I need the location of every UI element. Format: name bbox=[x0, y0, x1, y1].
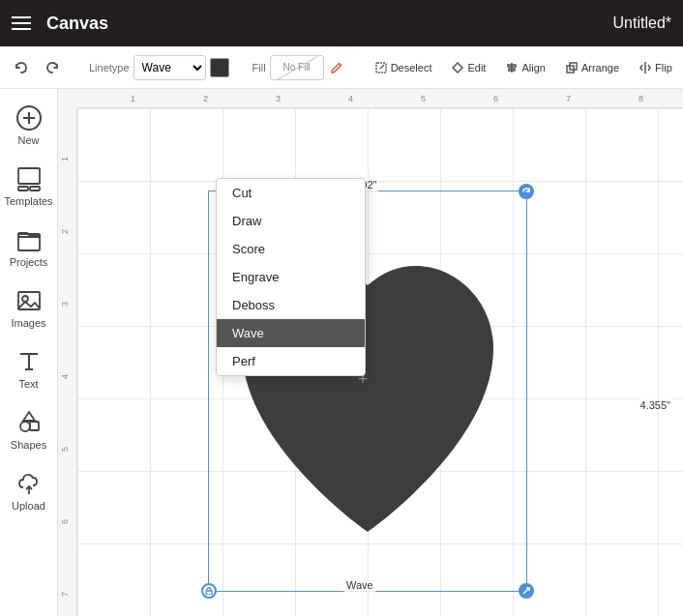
svg-marker-22 bbox=[23, 412, 35, 421]
dimension-height: 4.355" bbox=[638, 398, 673, 412]
color-swatch[interactable] bbox=[210, 58, 229, 77]
deselect-button[interactable]: Deselect bbox=[369, 57, 438, 78]
ruler-corner bbox=[58, 89, 77, 108]
sidebar-item-upload[interactable]: Upload bbox=[4, 462, 54, 519]
sidebar-label-text: Text bbox=[18, 378, 38, 390]
sidebar-item-new[interactable]: New bbox=[4, 97, 54, 154]
svg-rect-13 bbox=[30, 187, 40, 191]
dropdown-item-score[interactable]: Score bbox=[217, 235, 365, 263]
linetype-label: Linetype bbox=[89, 62, 130, 73]
ruler-horizontal: 1 2 3 4 5 6 7 8 bbox=[77, 89, 683, 108]
toolbar: Linetype Wave Cut Draw Score Engrave Deb… bbox=[0, 46, 683, 89]
upload-icon bbox=[15, 470, 43, 497]
top-bar: Canvas Untitled* bbox=[0, 0, 683, 46]
svg-rect-24 bbox=[206, 591, 212, 595]
edit-button[interactable]: Edit bbox=[445, 57, 491, 78]
svg-rect-15 bbox=[18, 292, 40, 309]
object-name-label: Wave bbox=[343, 578, 376, 592]
dropdown-item-draw[interactable]: Draw bbox=[217, 207, 365, 235]
pencil-button[interactable] bbox=[328, 59, 345, 76]
svg-rect-11 bbox=[18, 168, 40, 184]
canvas-area[interactable]: 1 2 3 4 5 6 7 8 1 2 3 4 5 6 7 bbox=[58, 89, 683, 616]
svg-rect-21 bbox=[30, 422, 39, 430]
handle-lock-bl[interactable] bbox=[201, 583, 217, 599]
sidebar-item-templates[interactable]: Templates bbox=[4, 158, 54, 215]
svg-point-20 bbox=[20, 422, 30, 431]
redo-button[interactable] bbox=[39, 56, 66, 79]
projects-icon bbox=[15, 226, 43, 253]
fill-label: Fill bbox=[252, 62, 266, 73]
fill-selector[interactable]: No Fill bbox=[270, 55, 324, 80]
linetype-select[interactable]: Wave Cut Draw Score Engrave Deboss Perf bbox=[134, 55, 206, 80]
sidebar-label-new: New bbox=[17, 134, 39, 146]
hamburger-menu[interactable] bbox=[12, 16, 31, 30]
flip-button[interactable]: Flip bbox=[633, 57, 678, 78]
templates-icon bbox=[15, 165, 43, 192]
sidebar-item-text[interactable]: Text bbox=[4, 340, 54, 397]
align-button[interactable]: Align bbox=[499, 57, 550, 78]
dropdown-item-cut[interactable]: Cut bbox=[217, 179, 365, 207]
svg-rect-12 bbox=[18, 187, 28, 191]
sidebar-label-shapes: Shapes bbox=[11, 439, 46, 451]
shapes-icon bbox=[15, 409, 43, 436]
sidebar-label-upload: Upload bbox=[12, 500, 45, 512]
handle-rotate[interactable] bbox=[519, 184, 534, 199]
undo-button[interactable] bbox=[8, 56, 35, 79]
app-title: Canvas bbox=[46, 14, 314, 34]
main-content: New Templates Projects bbox=[0, 89, 683, 616]
dropdown-item-wave[interactable]: Wave bbox=[217, 319, 365, 347]
dropdown-item-perf[interactable]: Perf bbox=[217, 347, 365, 375]
sidebar-label-images: Images bbox=[11, 317, 45, 329]
arrange-button[interactable]: Arrange bbox=[559, 57, 625, 78]
ruler-vertical: 1 2 3 4 5 6 7 bbox=[58, 108, 77, 616]
linetype-group: Linetype Wave Cut Draw Score Engrave Deb… bbox=[89, 55, 229, 80]
sidebar-label-projects: Projects bbox=[10, 256, 48, 268]
doc-title: Untitled* bbox=[613, 15, 671, 32]
dropdown-item-deboss[interactable]: Deboss bbox=[217, 291, 365, 319]
sidebar-item-shapes[interactable]: Shapes bbox=[4, 401, 54, 458]
history-group bbox=[8, 56, 66, 79]
sidebar-item-projects[interactable]: Projects bbox=[4, 219, 54, 276]
sidebar-label-templates: Templates bbox=[4, 195, 52, 207]
plus-icon bbox=[15, 104, 43, 132]
linetype-dropdown: Cut Draw Score Engrave Deboss Wave Perf bbox=[216, 178, 366, 376]
fill-group: Fill No Fill bbox=[252, 55, 345, 80]
svg-line-1 bbox=[380, 65, 384, 69]
left-sidebar: New Templates Projects bbox=[0, 89, 58, 616]
handle-scale-br[interactable] bbox=[519, 583, 534, 599]
text-icon bbox=[15, 348, 43, 375]
sidebar-item-images[interactable]: Images bbox=[4, 279, 54, 337]
images-icon bbox=[15, 287, 43, 314]
dropdown-item-engrave[interactable]: Engrave bbox=[217, 263, 365, 291]
